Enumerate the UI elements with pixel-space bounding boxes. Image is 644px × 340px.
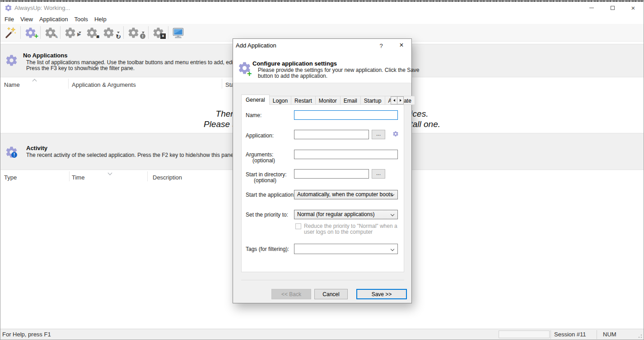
minimize-icon [589, 8, 594, 8]
window-controls: × [581, 2, 644, 14]
reduce-priority-label-line1: Reduce the priority to "Normal" when a [304, 223, 397, 229]
tags-label: Tags (for filtering): [246, 246, 289, 252]
arguments-optional-label: (optional) [252, 157, 275, 164]
save-button[interactable]: Save >> [356, 289, 407, 299]
column-divider[interactable] [222, 79, 222, 89]
name-input[interactable] [294, 110, 398, 120]
close-button[interactable]: × [623, 2, 644, 14]
maximize-button[interactable] [602, 2, 623, 14]
restart-badge-icon: ↻ [116, 33, 121, 40]
startdir-optional-label: (optional) [254, 177, 276, 184]
remove-application-button[interactable]: × [150, 25, 167, 40]
menu-file[interactable]: File [1, 14, 17, 24]
edit-application-button[interactable]: ✎ [42, 25, 59, 40]
alert-badge-icon: ! [11, 152, 17, 158]
menu-help[interactable]: Help [91, 14, 110, 24]
column-application-arguments[interactable]: Application & Arguments [72, 81, 136, 88]
menu-tools[interactable]: Tools [71, 14, 91, 24]
sort-ascending-icon [33, 79, 37, 84]
close-icon: × [631, 4, 635, 12]
startdir-input[interactable] [294, 169, 369, 179]
statusbar: For Help, press F1 Session #11 NUM [0, 329, 644, 340]
tab-restart[interactable]: Restart [291, 96, 316, 105]
restart-application-button[interactable]: ↻ [100, 25, 122, 40]
application-label: Application: [246, 132, 274, 139]
column-name[interactable]: Name [4, 81, 20, 88]
applications-gear-icon [5, 54, 18, 67]
report-activity-button[interactable]: ! [125, 25, 147, 40]
monitor-icon [172, 27, 184, 39]
toolbar-separator [148, 26, 149, 39]
tags-combobox[interactable] [294, 244, 398, 254]
add-application-dialog: Add Application ? × + Configure applicat… [233, 38, 412, 303]
tab-general[interactable]: General [241, 94, 270, 105]
close-icon: × [399, 41, 403, 49]
statusbar-divider [597, 330, 597, 339]
menu-application[interactable]: Application [36, 14, 71, 24]
start-gear-icon [64, 27, 76, 39]
minimize-button[interactable] [581, 2, 602, 14]
toolbar-separator [60, 26, 61, 39]
restart-gear-icon [103, 27, 115, 39]
dialog-heading: Configure application settings [252, 60, 337, 67]
wizard-wand-icon [5, 27, 17, 39]
tab-scroll-right-button[interactable] [397, 96, 404, 104]
column-divider[interactable] [69, 171, 70, 181]
priority-select[interactable]: Normal (for regular applications) [294, 210, 398, 219]
activity-pane-title: Activity [26, 145, 47, 151]
right-arrow-icon [400, 99, 401, 102]
column-type[interactable]: Type [4, 174, 17, 181]
cancel-button[interactable]: Cancel [314, 289, 348, 299]
priority-value: Normal (for regular applications) [297, 211, 374, 217]
tab-email[interactable]: Email [340, 96, 361, 105]
window-title: AlwaysUp: Working... [14, 5, 70, 11]
activity-pane-description: The recent activity of the selected appl… [26, 152, 235, 158]
dialog-tabs: General Logon Restart Monitor Email Star… [241, 94, 415, 105]
application-browse-button[interactable]: ... [372, 130, 385, 139]
tab-startup[interactable]: Startup [360, 96, 385, 105]
dialog-help-button[interactable]: ? [376, 41, 387, 51]
stop-badge-icon: ■ [96, 34, 99, 39]
tab-logon[interactable]: Logon [269, 96, 291, 105]
name-label: Name: [246, 112, 261, 118]
toolbar-separator [40, 26, 41, 39]
dialog-title: Add Application [236, 42, 276, 49]
start-application-button[interactable]: ▶ [62, 25, 84, 40]
add-application-button[interactable]: + [22, 25, 39, 40]
tab-scroll-left-button[interactable] [391, 96, 397, 104]
priority-label: Set the priority to: [246, 212, 288, 218]
dialog-close-button[interactable]: × [395, 40, 408, 51]
app-gear-icon [5, 4, 12, 12]
statusbar-session: Session #11 [554, 331, 586, 338]
column-divider[interactable] [68, 79, 69, 89]
back-button[interactable]: << Back [271, 289, 311, 299]
arguments-input[interactable] [294, 150, 398, 159]
statusbar-empty-pane [499, 331, 550, 338]
column-time[interactable]: Time [72, 174, 84, 181]
statusbar-divider [551, 330, 551, 339]
column-divider[interactable] [147, 171, 148, 181]
start-application-label: Start the application: [246, 192, 295, 198]
statusbar-help-text: For Help, press F1 [2, 331, 51, 338]
dialog-description-line2: button to add the application. [258, 73, 327, 79]
stop-application-button[interactable]: ■ [84, 25, 100, 40]
menu-view[interactable]: View [17, 14, 36, 24]
report-gear-icon [127, 27, 140, 39]
application-input[interactable] [294, 130, 369, 139]
general-tab-page: Name: Application: ... Arguments: (optio… [241, 104, 404, 272]
x-badge-icon: × [160, 33, 166, 39]
titlebar: AlwaysUp: Working... × [0, 2, 644, 14]
arguments-label: Arguments: [246, 151, 273, 158]
column-description[interactable]: Description [153, 174, 182, 181]
toolbar-separator [20, 26, 21, 39]
wizard-button[interactable] [2, 25, 19, 40]
help-icon: ? [379, 42, 383, 49]
tab-monitor[interactable]: Monitor [315, 96, 341, 105]
toolbar-separator [123, 26, 124, 39]
reduce-priority-checkbox[interactable] [295, 223, 301, 229]
view-monitor-button[interactable] [170, 25, 187, 40]
start-application-select[interactable]: Automatically, when the computer boots [294, 190, 398, 199]
plus-badge-icon: + [34, 33, 38, 40]
chevron-down-icon [391, 247, 394, 251]
startdir-browse-button[interactable]: ... [372, 169, 385, 179]
